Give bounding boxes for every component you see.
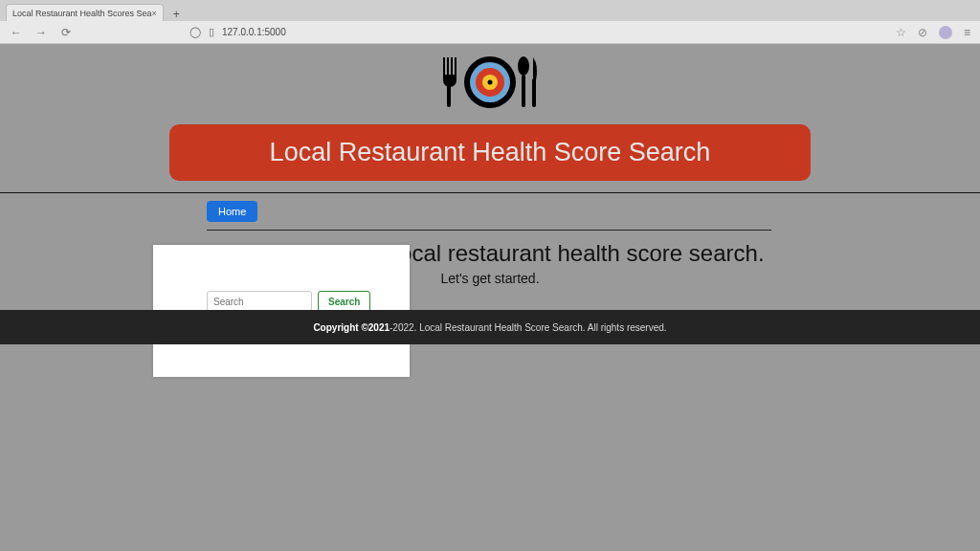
- svg-rect-3: [451, 57, 453, 75]
- forward-icon[interactable]: →: [34, 26, 48, 39]
- browser-navbar: ← → ⟳ ◯ ▯ 127.0.0.1:5000 ☆ ⊘ ≡: [0, 21, 980, 44]
- profile-avatar[interactable]: [939, 26, 952, 39]
- svg-rect-4: [455, 57, 457, 75]
- search-input[interactable]: [207, 291, 312, 312]
- page-subhead: Let's get started.: [0, 271, 980, 286]
- reload-icon[interactable]: ⟳: [59, 26, 73, 39]
- svg-point-10: [518, 56, 529, 76]
- shield-icon[interactable]: ◯: [189, 26, 201, 38]
- svg-rect-1: [443, 57, 445, 75]
- hero-title: Local Restaurant Health Score Search: [270, 138, 711, 166]
- search-button[interactable]: Search: [318, 291, 370, 312]
- tracking-icon[interactable]: ⊘: [918, 26, 927, 39]
- new-tab-button[interactable]: +: [167, 8, 186, 21]
- page-headline: Welcome to your local restaurant health …: [0, 240, 980, 267]
- hero-banner: Local Restaurant Health Score Search: [169, 124, 811, 181]
- plate-target-icon: [437, 54, 543, 111]
- site-logo: [437, 54, 543, 111]
- svg-rect-11: [522, 75, 525, 107]
- browser-tabbar: Local Restaurant Health Scores Sea × +: [0, 0, 980, 21]
- bookmark-icon[interactable]: ☆: [896, 26, 906, 39]
- menu-icon[interactable]: ≡: [964, 26, 970, 39]
- footer-bold: Copyright ©2021: [313, 322, 390, 333]
- nav-underline: [207, 230, 771, 231]
- page-icon: ▯: [209, 26, 214, 38]
- home-button[interactable]: Home: [207, 201, 257, 222]
- footer: Copyright ©2021-2022. Local Restaurant H…: [0, 310, 980, 344]
- svg-rect-2: [447, 57, 449, 75]
- url-text[interactable]: 127.0.0.1:5000: [222, 27, 286, 37]
- back-icon[interactable]: ←: [10, 26, 23, 39]
- close-icon[interactable]: ×: [152, 9, 157, 18]
- tab-title: Local Restaurant Health Scores Sea: [12, 9, 152, 18]
- page-viewport: Local Restaurant Health Score Search Hom…: [0, 44, 980, 551]
- browser-tab[interactable]: Local Restaurant Health Scores Sea ×: [6, 4, 164, 21]
- footer-rest: -2022. Local Restaurant Health Score Sea…: [390, 322, 667, 333]
- svg-rect-12: [532, 78, 536, 107]
- svg-point-9: [488, 80, 493, 85]
